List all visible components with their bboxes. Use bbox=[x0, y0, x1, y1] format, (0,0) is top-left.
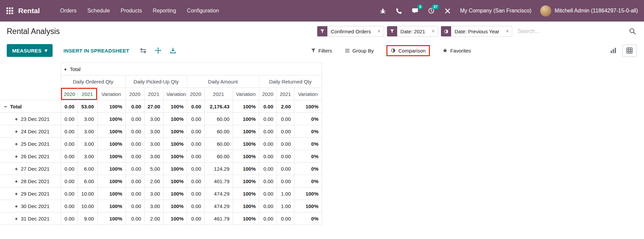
subheader-2021[interactable]: 2021 bbox=[144, 88, 163, 100]
measure-header[interactable]: Daily Amount bbox=[187, 75, 259, 88]
expand-icon[interactable]: + bbox=[15, 191, 18, 197]
measure-header[interactable]: Daily Ordered Qty bbox=[61, 75, 125, 88]
pivot-value-cell: 0.00 bbox=[259, 187, 276, 200]
row-label-text: 23 Dec 2021 bbox=[21, 116, 50, 122]
expand-icon[interactable]: + bbox=[15, 216, 18, 221]
activity-badge: 37 bbox=[432, 4, 439, 9]
pivot-row-label[interactable]: +27 Dec 2021 bbox=[0, 163, 61, 175]
pivot-row-label[interactable]: +29 Dec 2021 bbox=[0, 187, 61, 200]
user-menu[interactable]: Mitchell Admin (11864297-15-0-all) bbox=[540, 5, 638, 16]
menu-item-products[interactable]: Products bbox=[115, 4, 147, 17]
pivot-value-cell: 2.00 bbox=[144, 212, 163, 225]
expand-icon[interactable]: + bbox=[15, 141, 18, 147]
expand-icon[interactable]: + bbox=[64, 66, 67, 72]
app-brand[interactable]: Rental bbox=[18, 7, 40, 15]
menu-item-schedule[interactable]: Schedule bbox=[82, 4, 115, 17]
graph-view-button[interactable] bbox=[606, 44, 620, 57]
expand-icon[interactable]: + bbox=[15, 116, 18, 122]
subheader-2021[interactable]: 2021 bbox=[78, 88, 97, 100]
menu-item-configuration[interactable]: Configuration bbox=[181, 4, 224, 17]
subheader-2020[interactable]: 2020 bbox=[259, 88, 276, 100]
expand-icon[interactable]: + bbox=[15, 129, 18, 134]
bug-icon[interactable] bbox=[379, 7, 386, 14]
pivot-row-label[interactable]: +30 Dec 2021 bbox=[0, 200, 61, 212]
pivot-value-cell: 100% bbox=[97, 100, 125, 113]
row-label-text: 29 Dec 2021 bbox=[21, 191, 50, 197]
pivot-value-cell: 0.00 bbox=[276, 113, 294, 125]
flip-axis-icon[interactable] bbox=[140, 48, 146, 54]
table-row: +24 Dec 20210.003.00100%0.003.00100%0.00… bbox=[0, 125, 322, 138]
activity-clock-icon[interactable]: 37 bbox=[428, 7, 435, 14]
subheader-variation[interactable]: Variation bbox=[97, 88, 125, 100]
search-facet: Date: 2021× bbox=[387, 26, 438, 37]
pivot-value-cell: 100% bbox=[97, 163, 125, 175]
pivot-value-cell: 0.00 bbox=[259, 212, 276, 225]
subheader-2021[interactable]: 2021 bbox=[276, 88, 294, 100]
expand-icon[interactable]: + bbox=[15, 178, 18, 184]
pivot-row-label[interactable]: −Total bbox=[0, 100, 61, 113]
pivot-value-cell: 100% bbox=[97, 212, 125, 225]
comparison-button[interactable]: Comparison bbox=[386, 45, 430, 56]
pivot-value-cell: 100% bbox=[233, 125, 259, 138]
search-input[interactable] bbox=[515, 28, 628, 34]
row-label-text: 31 Dec 2021 bbox=[21, 216, 50, 221]
pivot-value-cell: 100% bbox=[163, 187, 187, 200]
pivot-value-cell: 100% bbox=[233, 187, 259, 200]
insert-in-spreadsheet-button[interactable]: INSERT IN SPREADSHEET bbox=[63, 48, 129, 54]
facet-remove-icon[interactable]: × bbox=[429, 26, 438, 36]
measures-button[interactable]: MEASURES ▾ bbox=[7, 44, 53, 57]
pivot-value-cell: 0.00 bbox=[61, 187, 78, 200]
pivot-row-label[interactable]: +26 Dec 2021 bbox=[0, 150, 61, 163]
company-switcher[interactable]: My Company (San Francisco) bbox=[460, 8, 531, 14]
subheader-variation[interactable]: Variation bbox=[294, 88, 322, 100]
search-icon[interactable] bbox=[628, 27, 637, 36]
pivot-row-label[interactable]: +28 Dec 2021 bbox=[0, 175, 61, 187]
tools-icon[interactable] bbox=[444, 7, 451, 14]
pivot-row-label[interactable]: +25 Dec 2021 bbox=[0, 138, 61, 150]
pivot-value-cell: 100% bbox=[97, 138, 125, 150]
group-by-label: Group By bbox=[352, 48, 374, 54]
download-icon[interactable] bbox=[170, 47, 176, 54]
expand-all-icon[interactable] bbox=[155, 47, 161, 54]
pivot-row-label[interactable]: +24 Dec 2021 bbox=[0, 125, 61, 138]
pivot-view: +TotalDaily Ordered QtyDaily Picked-Up Q… bbox=[0, 63, 644, 225]
view-switcher bbox=[606, 44, 637, 57]
facet-remove-icon[interactable]: × bbox=[503, 26, 512, 36]
favorites-button[interactable]: Favorites bbox=[443, 46, 471, 56]
apps-grid-icon[interactable] bbox=[6, 7, 13, 14]
pivot-view-button[interactable] bbox=[622, 44, 637, 57]
collapse-icon[interactable]: − bbox=[4, 104, 7, 109]
subheader-2020[interactable]: 2020 bbox=[187, 88, 204, 100]
group-by-button[interactable]: Group By bbox=[345, 46, 374, 56]
measure-header[interactable]: Daily Returned Qty bbox=[259, 75, 322, 88]
row-label-text: 27 Dec 2021 bbox=[21, 166, 50, 172]
filters-button[interactable]: Filters bbox=[311, 46, 332, 56]
pivot-row-label[interactable]: +31 Dec 2021 bbox=[0, 212, 61, 225]
expand-icon[interactable]: + bbox=[15, 166, 18, 172]
subheader-2020[interactable]: 2020 bbox=[125, 88, 144, 100]
phone-icon[interactable] bbox=[395, 7, 403, 14]
pivot-corner bbox=[0, 88, 61, 100]
subheader-variation[interactable]: Variation bbox=[233, 88, 259, 100]
pivot-col-header-total[interactable]: +Total bbox=[61, 63, 322, 75]
menu-item-reporting[interactable]: Reporting bbox=[147, 4, 181, 17]
measure-header[interactable]: Daily Picked-Up Qty bbox=[125, 75, 187, 88]
pivot-row-label[interactable]: +23 Dec 2021 bbox=[0, 113, 61, 125]
pivot-value-cell: 60.00 bbox=[204, 125, 233, 138]
subheader-variation[interactable]: Variation bbox=[163, 88, 187, 100]
pivot-value-cell: 100% bbox=[163, 200, 187, 212]
subheader-2021[interactable]: 2021 bbox=[204, 88, 233, 100]
subheader-2020[interactable]: 2020 bbox=[61, 88, 78, 100]
expand-icon[interactable]: + bbox=[15, 153, 18, 159]
pivot-value-cell: 0.00 bbox=[187, 212, 204, 225]
pivot-value-cell: 401.79 bbox=[204, 175, 233, 187]
pivot-value-cell: 0.00 bbox=[61, 100, 78, 113]
expand-icon[interactable]: + bbox=[15, 203, 18, 209]
measures-label: MEASURES bbox=[12, 48, 41, 54]
chat-icon[interactable]: 5 bbox=[411, 7, 419, 14]
menu-item-orders[interactable]: Orders bbox=[55, 4, 82, 17]
table-row: +31 Dec 20210.009.00100%0.002.00100%0.00… bbox=[0, 212, 322, 225]
facet-remove-icon[interactable]: × bbox=[374, 26, 383, 36]
pivot-value-cell: 100% bbox=[294, 100, 322, 113]
pivot-value-cell: 3.00 bbox=[144, 125, 163, 138]
